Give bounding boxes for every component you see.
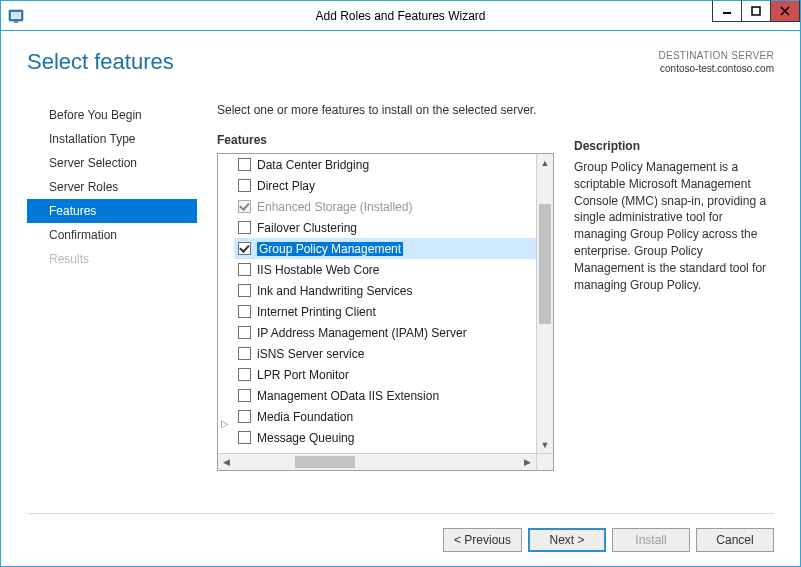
feature-item[interactable]: Internet Printing Client	[234, 301, 536, 322]
feature-checkbox[interactable]	[238, 431, 251, 444]
feature-label: IP Address Management (IPAM) Server	[257, 326, 467, 340]
feature-item[interactable]: Ink and Handwriting Services	[234, 280, 536, 301]
horizontal-track[interactable]	[235, 454, 519, 470]
vertical-scroll-thumb[interactable]	[539, 204, 551, 324]
maximize-button[interactable]	[741, 0, 771, 22]
feature-item[interactable]: Data Center Bridging	[234, 154, 536, 175]
scroll-right-icon[interactable]: ▶	[519, 454, 536, 470]
destination-label: DESTINATION SERVER	[658, 49, 774, 62]
scroll-corner	[536, 454, 553, 470]
feature-label: Failover Clustering	[257, 221, 357, 235]
feature-item: Enhanced Storage (Installed)	[234, 196, 536, 217]
nav-confirmation[interactable]: Confirmation	[27, 223, 197, 247]
feature-checkbox[interactable]	[238, 389, 251, 402]
feature-item[interactable]: Group Policy Management	[234, 238, 536, 259]
nav-before-you-begin[interactable]: Before You Begin	[27, 103, 197, 127]
close-icon	[780, 6, 790, 16]
nav-installation-type[interactable]: Installation Type	[27, 127, 197, 151]
content-area: Select features DESTINATION SERVER conto…	[1, 31, 800, 566]
feature-checkbox[interactable]	[238, 221, 251, 234]
maximize-icon	[751, 6, 761, 16]
feature-checkbox[interactable]	[238, 305, 251, 318]
footer-buttons: < Previous Next > Install Cancel	[27, 513, 774, 552]
header-row: Select features DESTINATION SERVER conto…	[27, 49, 774, 75]
feature-checkbox[interactable]	[238, 326, 251, 339]
instruction-text: Select one or more features to install o…	[217, 103, 554, 117]
description-label: Description	[574, 139, 774, 153]
listbox-inner: ▷ Data Center BridgingDirect PlayEnhance…	[218, 154, 553, 453]
feature-checkbox	[238, 200, 251, 213]
center-pane: Select one or more features to install o…	[217, 103, 774, 503]
feature-item[interactable]: LPR Port Monitor	[234, 364, 536, 385]
feature-checkbox[interactable]	[238, 284, 251, 297]
window-title: Add Roles and Features Wizard	[315, 9, 485, 23]
features-listbox: ▷ Data Center BridgingDirect PlayEnhance…	[217, 153, 554, 471]
window-controls	[713, 0, 800, 22]
nav-results: Results	[27, 247, 197, 271]
feature-label: Ink and Handwriting Services	[257, 284, 412, 298]
feature-item[interactable]: Direct Play	[234, 175, 536, 196]
horizontal-scrollbar[interactable]: ◀ ▶	[218, 453, 553, 470]
description-text: Group Policy Management is a scriptable …	[574, 159, 774, 293]
cancel-button[interactable]: Cancel	[696, 528, 774, 552]
expander-icon[interactable]: ▷	[221, 418, 229, 429]
scroll-left-icon[interactable]: ◀	[218, 454, 235, 470]
feature-label: Enhanced Storage (Installed)	[257, 200, 412, 214]
destination-block: DESTINATION SERVER contoso-test.contoso.…	[658, 49, 774, 75]
feature-checkbox[interactable]	[238, 158, 251, 171]
feature-label: LPR Port Monitor	[257, 368, 349, 382]
page-title: Select features	[27, 49, 174, 75]
app-icon	[7, 7, 25, 25]
feature-checkbox[interactable]	[238, 410, 251, 423]
features-column: Select one or more features to install o…	[217, 103, 554, 503]
feature-item[interactable]: Message Queuing	[234, 427, 536, 448]
wizard-window: Add Roles and Features Wizard Select fea…	[0, 0, 801, 567]
nav-server-roles[interactable]: Server Roles	[27, 175, 197, 199]
svg-rect-4	[752, 7, 760, 15]
scroll-down-icon[interactable]: ▼	[537, 436, 553, 453]
feature-checkbox[interactable]	[238, 263, 251, 276]
feature-label: Direct Play	[257, 179, 315, 193]
tree-gutter: ▷	[218, 154, 234, 453]
scroll-up-icon[interactable]: ▲	[537, 154, 553, 171]
feature-item[interactable]: Management OData IIS Extension	[234, 385, 536, 406]
nav-features[interactable]: Features	[27, 199, 197, 223]
feature-label: Message Queuing	[257, 431, 354, 445]
feature-item[interactable]: IP Address Management (IPAM) Server	[234, 322, 536, 343]
horizontal-scroll-thumb[interactable]	[295, 456, 355, 468]
feature-checkbox[interactable]	[238, 368, 251, 381]
nav-server-selection[interactable]: Server Selection	[27, 151, 197, 175]
feature-item[interactable]: Media Foundation	[234, 406, 536, 427]
features-list[interactable]: Data Center BridgingDirect PlayEnhanced …	[234, 154, 536, 453]
minimize-icon	[722, 6, 732, 16]
feature-checkbox[interactable]	[238, 179, 251, 192]
minimize-button[interactable]	[712, 0, 742, 22]
feature-checkbox[interactable]	[238, 242, 251, 255]
feature-item[interactable]: IIS Hostable Web Core	[234, 259, 536, 280]
feature-label: IIS Hostable Web Core	[257, 263, 380, 277]
feature-label: iSNS Server service	[257, 347, 364, 361]
feature-label: Group Policy Management	[257, 242, 403, 256]
feature-item[interactable]: iSNS Server service	[234, 343, 536, 364]
wizard-nav: Before You Begin Installation Type Serve…	[27, 103, 197, 503]
feature-label: Management OData IIS Extension	[257, 389, 439, 403]
features-label: Features	[217, 133, 554, 147]
close-button[interactable]	[770, 0, 800, 22]
next-button[interactable]: Next >	[528, 528, 606, 552]
main-row: Before You Begin Installation Type Serve…	[27, 103, 774, 503]
feature-checkbox[interactable]	[238, 347, 251, 360]
feature-label: Data Center Bridging	[257, 158, 369, 172]
destination-server: contoso-test.contoso.com	[658, 62, 774, 75]
feature-item[interactable]: Failover Clustering	[234, 217, 536, 238]
feature-label: Internet Printing Client	[257, 305, 376, 319]
svg-rect-2	[14, 21, 18, 23]
previous-button[interactable]: < Previous	[443, 528, 522, 552]
titlebar: Add Roles and Features Wizard	[1, 1, 800, 31]
install-button: Install	[612, 528, 690, 552]
feature-label: Media Foundation	[257, 410, 353, 424]
description-column: Description Group Policy Management is a…	[574, 103, 774, 503]
vertical-scrollbar[interactable]: ▲ ▼	[536, 154, 553, 453]
svg-rect-1	[11, 12, 21, 19]
